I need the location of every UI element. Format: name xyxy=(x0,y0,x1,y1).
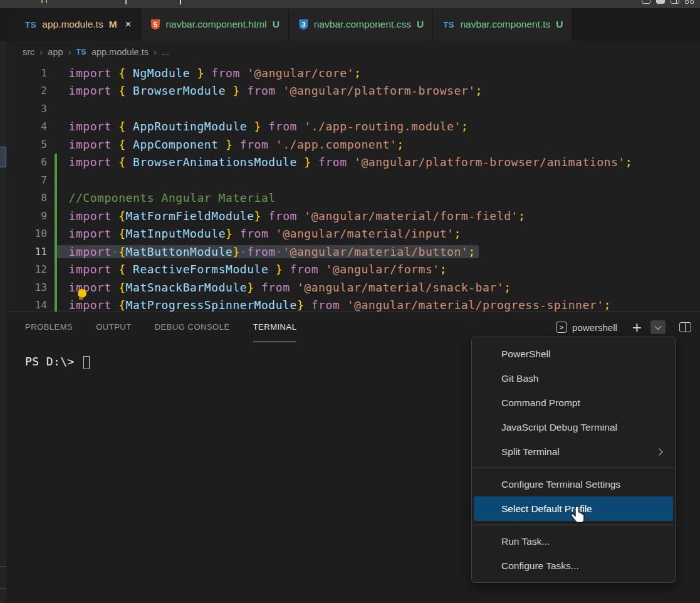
gutter xyxy=(47,243,55,261)
vscode-window: TSapp.module.tsM×5navbar.component.htmlU… xyxy=(0,0,700,603)
typescript-file-icon: TS xyxy=(443,20,454,29)
line-number: 11 xyxy=(6,246,47,258)
typescript-file-icon: TS xyxy=(76,48,86,56)
menu-item-label: Run Task... xyxy=(501,536,550,547)
line-number: 5 xyxy=(6,139,47,150)
code-line-3[interactable]: 3 xyxy=(6,100,700,118)
code-text: import {MatSnackBarModule} from '@angula… xyxy=(57,281,511,294)
modified-badge: M xyxy=(109,19,117,30)
code-line-11[interactable]: 11import·{MatButtonModule}·from·'@angula… xyxy=(6,243,700,261)
panel-tab-terminal[interactable]: TERMINAL xyxy=(253,312,297,342)
code-line-8[interactable]: 8//Components Angular Material xyxy=(6,189,700,207)
titlebar-text-artifact xyxy=(180,0,181,4)
gutter xyxy=(47,225,55,243)
menu-item-run-task[interactable]: Run Task... xyxy=(474,529,673,553)
terminal-profile-dropdown-button[interactable] xyxy=(650,320,666,334)
tab-app-module-ts[interactable]: TSapp.module.tsM× xyxy=(15,8,141,41)
line-number: 8 xyxy=(6,192,47,204)
menu-item-label: Configure Terminal Settings xyxy=(501,479,620,490)
code-text: //Components Angular Material xyxy=(57,191,276,204)
code-editor[interactable]: 1import { NgModule } from '@angular/core… xyxy=(6,63,700,312)
code-line-6[interactable]: 6import { BrowserAnimationsModule } from… xyxy=(6,154,700,172)
panel-tab-problems[interactable]: PROBLEMS xyxy=(25,312,73,342)
titlebar-text-artifact xyxy=(125,0,127,4)
tab-label: navbar.component.css xyxy=(314,19,411,30)
menu-separator xyxy=(473,468,674,468)
layout-icons xyxy=(642,0,694,4)
gutter xyxy=(47,154,55,172)
panel-tab-output[interactable]: OUTPUT xyxy=(96,312,131,342)
menu-item-configure-tasks[interactable]: Configure Tasks... xyxy=(474,553,673,578)
untracked-badge: U xyxy=(417,19,424,30)
menu-item-label: JavaScript Debug Terminal xyxy=(501,422,617,433)
menu-item-powershell[interactable]: PowerShell xyxy=(474,342,673,366)
gutter xyxy=(47,296,55,312)
typescript-file-icon: TS xyxy=(25,20,36,29)
breadcrumb-item-src[interactable]: src xyxy=(23,47,34,57)
code-line-4[interactable]: 4import { AppRoutingModule } from './app… xyxy=(6,118,700,136)
toggle-panel-icon[interactable] xyxy=(656,0,665,4)
gutter xyxy=(47,64,55,82)
gutter xyxy=(47,207,55,225)
code-line-12[interactable]: 12import { ReactiveFormsModule } from '@… xyxy=(6,261,700,279)
split-terminal-button[interactable] xyxy=(679,322,691,332)
code-text: import { AppComponent } from './app.comp… xyxy=(57,138,404,151)
tab-navbar-component-css[interactable]: 3navbar.component.cssU xyxy=(289,8,433,41)
gutter xyxy=(47,100,55,118)
gutter-space xyxy=(55,100,57,118)
editor-tab-bar: TSapp.module.tsM×5navbar.component.htmlU… xyxy=(0,8,700,41)
code-text: import·{MatButtonModule}·from·'@angular/… xyxy=(57,245,479,258)
menu-item-split-terminal[interactable]: Split Terminal xyxy=(474,439,673,464)
menu-item-command-prompt[interactable]: Command Prompt xyxy=(474,391,673,415)
gutter xyxy=(47,135,55,154)
menu-item-javascript-debug-terminal[interactable]: JavaScript Debug Terminal xyxy=(474,415,673,439)
breadcrumb-item-[interactable]: ... xyxy=(162,47,169,57)
code-line-9[interactable]: 9import {MatFormFieldModule} from '@angu… xyxy=(6,207,700,225)
gutter xyxy=(47,261,55,279)
tab-navbar-component-html[interactable]: 5navbar.component.htmlU xyxy=(141,8,289,41)
title-bar xyxy=(0,0,700,8)
toggle-sidebar-icon[interactable] xyxy=(642,0,650,4)
menu-item-label: Select Default Profile xyxy=(501,503,592,515)
line-number: 2 xyxy=(6,85,47,97)
quick-fix-lightbulb-icon[interactable] xyxy=(78,289,86,298)
chevron-down-icon xyxy=(654,323,661,330)
code-line-1[interactable]: 1import { NgModule } from '@angular/core… xyxy=(6,64,700,82)
menu-item-label: PowerShell xyxy=(501,349,550,360)
terminal-cursor xyxy=(83,356,90,369)
breadcrumb-item-app-module-ts[interactable]: app.module.ts xyxy=(91,47,149,57)
new-terminal-button[interactable]: + xyxy=(629,320,645,334)
code-text: import {MatProgressSpinnerModule} from '… xyxy=(57,298,611,312)
line-number: 7 xyxy=(6,174,47,186)
code-line-10[interactable]: 10import {MatInputModule} from '@angular… xyxy=(6,225,700,243)
titlebar-text-artifact xyxy=(41,0,43,3)
activity-bar-focus-box[interactable] xyxy=(0,147,6,167)
code-line-14[interactable]: 14import {MatProgressSpinnerModule} from… xyxy=(6,296,700,312)
close-tab-icon[interactable]: × xyxy=(125,18,132,31)
menu-item-configure-terminal-settings[interactable]: Configure Terminal Settings xyxy=(474,472,673,496)
tab-navbar-component-ts[interactable]: TSnavbar.component.tsU xyxy=(433,8,572,41)
split-editor-icon[interactable] xyxy=(671,0,679,4)
panel-tab-debug-console[interactable]: DEBUG CONSOLE xyxy=(155,312,230,342)
code-line-13[interactable]: 13import {MatSnackBarModule} from '@angu… xyxy=(6,278,700,296)
gutter-change-bar xyxy=(55,171,57,189)
code-text: import { BrowserAnimationsModule } from … xyxy=(57,155,633,169)
code-line-7[interactable]: 7 xyxy=(6,171,700,189)
gutter xyxy=(47,278,55,296)
code-text: import {MatInputModule} from '@angular/m… xyxy=(57,227,461,240)
breadcrumb-item-app[interactable]: app xyxy=(48,47,63,57)
chevron-right-icon: › xyxy=(68,46,71,57)
untracked-badge: U xyxy=(556,19,563,30)
breadcrumb[interactable]: src›app›TSapp.module.ts›... xyxy=(6,41,700,63)
menu-item-label: Command Prompt xyxy=(501,397,580,409)
code-line-5[interactable]: 5import { AppComponent } from './app.com… xyxy=(6,135,700,154)
panel-actions: > powershell + xyxy=(556,320,700,334)
layout-grid-icon[interactable] xyxy=(685,0,694,4)
submenu-chevron-right-icon xyxy=(656,448,662,455)
code-lines: 1import { NgModule } from '@angular/core… xyxy=(6,63,700,312)
code-line-2[interactable]: 2import { BrowserModule } from '@angular… xyxy=(6,82,700,100)
menu-item-select-default-profile[interactable]: Select Default Profile xyxy=(474,496,673,521)
menu-item-label: Git Bash xyxy=(501,373,538,384)
menu-item-git-bash[interactable]: Git Bash xyxy=(474,366,673,391)
tab-label: app.module.ts xyxy=(42,19,103,30)
